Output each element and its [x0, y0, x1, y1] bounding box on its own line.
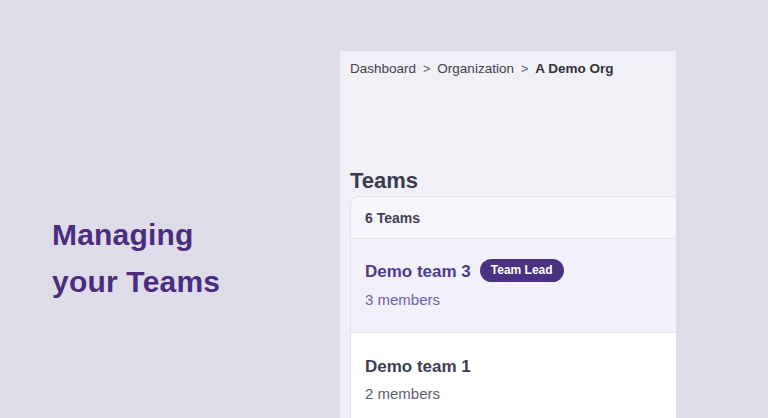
team-member-count: 2 members	[365, 385, 662, 402]
headline-line-1: Managing	[52, 211, 220, 258]
breadcrumb: Dashboard > Organization > A Demo Org	[350, 61, 613, 76]
team-lead-badge: Team Lead	[480, 259, 564, 282]
team-name-line: Demo team 3 Team Lead	[365, 260, 662, 283]
page-title: Teams	[350, 168, 418, 194]
team-name-line: Demo team 1	[365, 357, 662, 377]
headline-line-2: your Teams	[52, 258, 220, 305]
team-count-header: 6 Teams	[351, 197, 676, 239]
breadcrumb-current-org: A Demo Org	[535, 61, 613, 76]
app-panel: Dashboard > Organization > A Demo Org Te…	[340, 51, 676, 418]
breadcrumb-separator-icon: >	[423, 62, 430, 76]
team-count-label: 6 Teams	[365, 210, 420, 226]
team-name[interactable]: Demo team 3	[365, 262, 471, 282]
team-row-demo-team-3[interactable]: Demo team 3 Team Lead 3 members	[351, 239, 676, 333]
breadcrumb-dashboard[interactable]: Dashboard	[350, 61, 416, 76]
team-name[interactable]: Demo team 1	[365, 357, 471, 377]
team-member-count: 3 members	[365, 291, 662, 308]
breadcrumb-organization[interactable]: Organization	[437, 61, 514, 76]
page-headline: Managing your Teams	[52, 211, 220, 305]
breadcrumb-separator-icon: >	[521, 62, 528, 76]
team-list-card: 6 Teams Demo team 3 Team Lead 3 members …	[350, 196, 676, 418]
team-row-demo-team-1[interactable]: Demo team 1 2 members	[351, 333, 676, 418]
